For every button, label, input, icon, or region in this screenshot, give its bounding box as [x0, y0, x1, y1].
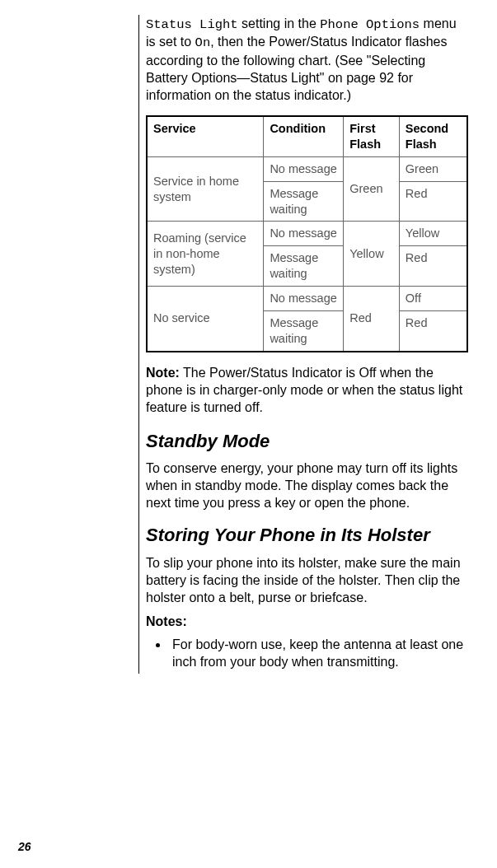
cell-condition: Message waiting — [264, 181, 344, 222]
cell-second: Off — [399, 286, 467, 310]
cell-service-home: Service in home system — [147, 156, 264, 222]
th-service: Service — [147, 116, 264, 156]
standby-body: To conserve energy, your phone may turn … — [146, 460, 468, 511]
holster-body: To slip your phone into its holster, mak… — [146, 554, 468, 606]
cell-first-yellow: Yellow — [344, 222, 400, 287]
status-light-term: Status Light — [146, 17, 238, 32]
table-row: Roaming (service in non-home system) No … — [147, 222, 467, 246]
cell-second: Yellow — [399, 222, 467, 246]
table-header-row: Service Condition First Flash Second Fla… — [147, 116, 467, 156]
cell-condition: No message — [264, 286, 344, 310]
cell-first-green: Green — [344, 156, 400, 222]
content-column: Status Light setting in the Phone Option… — [138, 15, 468, 674]
th-second: Second Flash — [399, 116, 467, 156]
note-paragraph: Note: The Power/Status Indicator is Off … — [146, 364, 468, 416]
cell-second: Red — [399, 246, 467, 287]
note-label: Note: — [146, 366, 180, 380]
cell-condition: No message — [264, 222, 344, 246]
heading-standby: Standby Mode — [146, 431, 468, 451]
flash-table: Service Condition First Flash Second Fla… — [146, 115, 468, 352]
cell-condition: Message waiting — [264, 246, 344, 287]
th-first: First Flash — [344, 116, 400, 156]
page: Status Light setting in the Phone Option… — [0, 0, 497, 868]
on-term: On — [195, 35, 211, 50]
page-number: 26 — [18, 840, 31, 853]
cell-service-none: No service — [147, 286, 264, 351]
cell-condition: No message — [264, 156, 344, 181]
cell-condition: Message waiting — [264, 310, 344, 351]
cell-first-red: Red — [344, 286, 400, 351]
table-row: No service No message Red Off — [147, 286, 467, 310]
intro-text-1: setting in the — [238, 16, 321, 30]
cell-second: Red — [399, 181, 467, 222]
table-row: Service in home system No message Green … — [147, 156, 467, 181]
cell-second: Red — [399, 310, 467, 351]
intro-paragraph: Status Light setting in the Phone Option… — [146, 15, 468, 104]
notes-label: Notes: — [146, 614, 468, 629]
cell-second: Green — [399, 156, 467, 181]
cell-service-roaming: Roaming (service in non-home system) — [147, 222, 264, 287]
note-text: The Power/Status Indicator is Off when t… — [146, 366, 462, 414]
heading-holster: Storing Your Phone in Its Holster — [146, 525, 468, 545]
phone-options-term: Phone Options — [320, 17, 420, 32]
list-item: For body-worn use, keep the antenna at l… — [169, 636, 468, 670]
th-condition: Condition — [264, 116, 344, 156]
notes-list: For body-worn use, keep the antenna at l… — [162, 636, 468, 670]
